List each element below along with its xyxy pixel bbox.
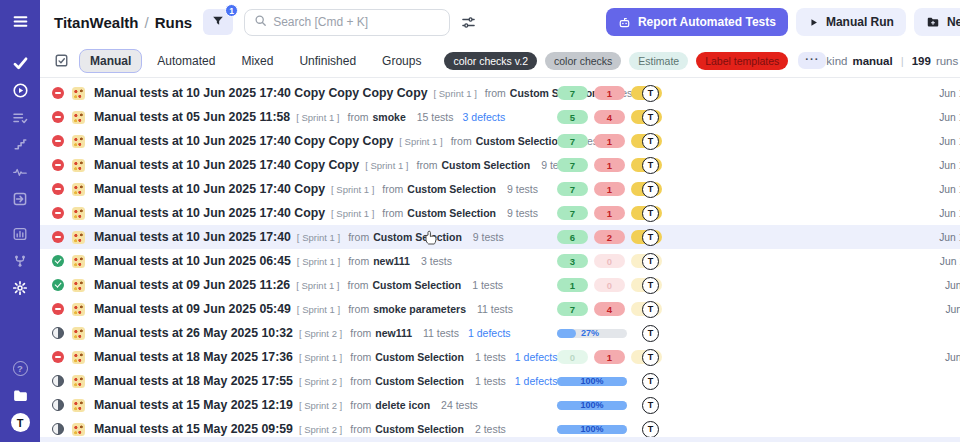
run-row[interactable]: Manual tests at 18 May 2025 17:36[ Sprin… bbox=[40, 345, 960, 369]
run-title[interactable]: Manual tests at 10 Jun 2025 17:40 Copy bbox=[94, 206, 325, 220]
defects-link[interactable]: 1 defects bbox=[515, 375, 558, 387]
logo-t[interactable]: T bbox=[0, 409, 40, 436]
tab-groups[interactable]: Groups bbox=[371, 49, 432, 73]
run-row[interactable]: Manual tests at 18 May 2025 17:55[ Sprin… bbox=[40, 369, 960, 393]
assignee-avatar[interactable]: T bbox=[642, 133, 659, 150]
defects-link[interactable]: 3 defects bbox=[463, 111, 506, 123]
run-row[interactable]: Manual tests at 10 Jun 2025 17:40[ Sprin… bbox=[40, 225, 960, 249]
run-title[interactable]: Manual tests at 05 Jun 2025 11:58 bbox=[94, 110, 290, 124]
tag-label-templates[interactable]: Label templates bbox=[696, 52, 788, 70]
run-date: Jun 10, 2025 8:57 PM bbox=[939, 184, 960, 195]
run-row[interactable]: Manual tests at 10 Jun 2025 17:40 Copy C… bbox=[40, 81, 960, 105]
assignee-avatar[interactable]: T bbox=[642, 373, 659, 390]
run-row[interactable]: Manual tests at 09 Jun 2025 11:26[ Sprin… bbox=[40, 273, 960, 297]
run-row[interactable]: Manual tests at 10 Jun 2025 17:40 Copy C… bbox=[40, 153, 960, 177]
tabs-row: ManualAutomatedMixedUnfinishedGroups col… bbox=[40, 44, 960, 78]
assignee-avatar[interactable]: T bbox=[642, 253, 659, 270]
header-actions: Report Automated TestsManual RunNew Grou… bbox=[606, 8, 960, 36]
report-automated-tests-button[interactable]: Report Automated Tests bbox=[606, 8, 788, 36]
sliders-icon[interactable] bbox=[461, 15, 476, 30]
assignee-avatar[interactable]: T bbox=[642, 421, 659, 438]
search-box[interactable] bbox=[244, 9, 450, 36]
assignee-avatar[interactable]: T bbox=[642, 181, 659, 198]
new-group-button[interactable]: New Group bbox=[914, 8, 960, 36]
assignee-avatar[interactable]: T bbox=[642, 157, 659, 174]
assignee-avatar[interactable]: T bbox=[642, 277, 659, 294]
tags-more-button[interactable]: ··· bbox=[798, 52, 826, 69]
breadcrumb-separator: / bbox=[144, 14, 148, 31]
manual-run-button[interactable]: Manual Run bbox=[796, 8, 906, 36]
tests-count: 9 tests bbox=[507, 207, 538, 219]
run-row[interactable]: Manual tests at 10 Jun 2025 17:40 Copy[ … bbox=[40, 201, 960, 225]
assignee-avatar[interactable]: T bbox=[642, 205, 659, 222]
funnel-icon bbox=[211, 14, 225, 31]
steps-icon[interactable] bbox=[0, 131, 40, 158]
run-row[interactable]: Manual tests at 10 Jun 2025 06:45[ Sprin… bbox=[40, 249, 960, 273]
from-label: from bbox=[350, 375, 371, 387]
folder-icon[interactable] bbox=[0, 382, 40, 409]
run-title[interactable]: Manual tests at 10 Jun 2025 06:45 bbox=[94, 254, 291, 268]
run-title[interactable]: Manual tests at 10 Jun 2025 17:40 Copy C… bbox=[94, 158, 359, 172]
run-title[interactable]: Manual tests at 10 Jun 2025 17:40 Copy bbox=[94, 182, 325, 196]
count-pill-red: 1 bbox=[594, 158, 625, 172]
run-title[interactable]: Manual tests at 10 Jun 2025 17:40 bbox=[94, 230, 291, 244]
assignee-avatar[interactable]: T bbox=[642, 229, 659, 246]
run-title[interactable]: Manual tests at 09 Jun 2025 05:49 bbox=[94, 302, 291, 316]
status-in-progress-icon bbox=[52, 399, 64, 411]
run-title[interactable]: Manual tests at 09 Jun 2025 11:26 bbox=[94, 278, 290, 292]
tests-count: 9 tests bbox=[473, 231, 504, 243]
tab-mixed[interactable]: Mixed bbox=[230, 49, 284, 73]
defects-link[interactable]: 1 defects bbox=[468, 327, 511, 339]
run-emoji-icon bbox=[72, 255, 85, 268]
tag-color-checks-v-2[interactable]: color checks v.2 bbox=[444, 52, 537, 70]
gear-icon[interactable] bbox=[0, 274, 40, 301]
run-title[interactable]: Manual tests at 18 May 2025 17:55 bbox=[94, 374, 293, 388]
assignee-avatar[interactable]: T bbox=[642, 85, 659, 102]
search-input[interactable] bbox=[273, 15, 440, 29]
assignee-avatar[interactable]: T bbox=[642, 397, 659, 414]
defects-link[interactable]: 1 defects bbox=[515, 351, 558, 363]
run-row[interactable]: Manual tests at 15 May 2025 12:19[ Sprin… bbox=[40, 393, 960, 417]
run-row[interactable]: Manual tests at 10 Jun 2025 17:40 Copy C… bbox=[40, 129, 960, 153]
tag-estimate[interactable]: Estimate bbox=[629, 52, 688, 70]
count-pill-green: 0 bbox=[557, 350, 588, 364]
check-icon[interactable] bbox=[0, 50, 40, 77]
button-label: New Group bbox=[947, 15, 960, 29]
branch-icon[interactable] bbox=[0, 247, 40, 274]
run-title[interactable]: Manual tests at 18 May 2025 17:36 bbox=[94, 350, 293, 364]
run-row[interactable]: Manual tests at 26 May 2025 10:32[ Sprin… bbox=[40, 321, 960, 345]
run-row[interactable]: Manual tests at 09 Jun 2025 05:49[ Sprin… bbox=[40, 297, 960, 321]
summary-divider: | bbox=[901, 55, 904, 67]
tab-unfinished[interactable]: Unfinished bbox=[288, 49, 367, 73]
list-check-icon[interactable] bbox=[0, 104, 40, 131]
progress-bar: 100% bbox=[557, 401, 627, 410]
run-title[interactable]: Manual tests at 26 May 2025 10:32 bbox=[94, 326, 293, 340]
assignee-avatar[interactable]: T bbox=[642, 301, 659, 318]
bar-chart-icon[interactable] bbox=[0, 220, 40, 247]
assignee-avatar[interactable]: T bbox=[642, 325, 659, 342]
run-row[interactable]: Manual tests at 10 Jun 2025 17:40 Copy[ … bbox=[40, 177, 960, 201]
count-pill-green: 6 bbox=[557, 230, 588, 244]
assignee-avatar[interactable]: T bbox=[642, 109, 659, 126]
select-runs-icon[interactable] bbox=[54, 53, 69, 68]
tab-automated[interactable]: Automated bbox=[146, 49, 226, 73]
run-title[interactable]: Manual tests at 15 May 2025 09:59 bbox=[94, 422, 293, 436]
project-name[interactable]: TitanWealth bbox=[54, 14, 138, 31]
run-row[interactable]: Manual tests at 05 Jun 2025 11:58[ Sprin… bbox=[40, 105, 960, 129]
play-circle-icon[interactable] bbox=[0, 77, 40, 104]
activity-icon[interactable] bbox=[0, 158, 40, 185]
import-box-icon[interactable] bbox=[0, 185, 40, 212]
run-title[interactable]: Manual tests at 15 May 2025 12:19 bbox=[94, 398, 293, 412]
assignee-avatar[interactable]: T bbox=[642, 349, 659, 366]
tab-manual[interactable]: Manual bbox=[79, 49, 142, 73]
count-pill-green: 7 bbox=[557, 302, 588, 316]
run-title[interactable]: Manual tests at 10 Jun 2025 17:40 Copy C… bbox=[94, 134, 393, 148]
from-label: from bbox=[350, 399, 371, 411]
tests-count: 3 tests bbox=[421, 255, 452, 267]
filter-button[interactable]: 1 bbox=[203, 9, 233, 35]
runs-count: 199 bbox=[912, 55, 931, 67]
menu-icon[interactable] bbox=[0, 8, 40, 34]
run-title[interactable]: Manual tests at 10 Jun 2025 17:40 Copy C… bbox=[94, 86, 427, 100]
help-icon[interactable]: ? bbox=[0, 355, 40, 382]
tag-color-checks[interactable]: color checks bbox=[545, 52, 621, 70]
